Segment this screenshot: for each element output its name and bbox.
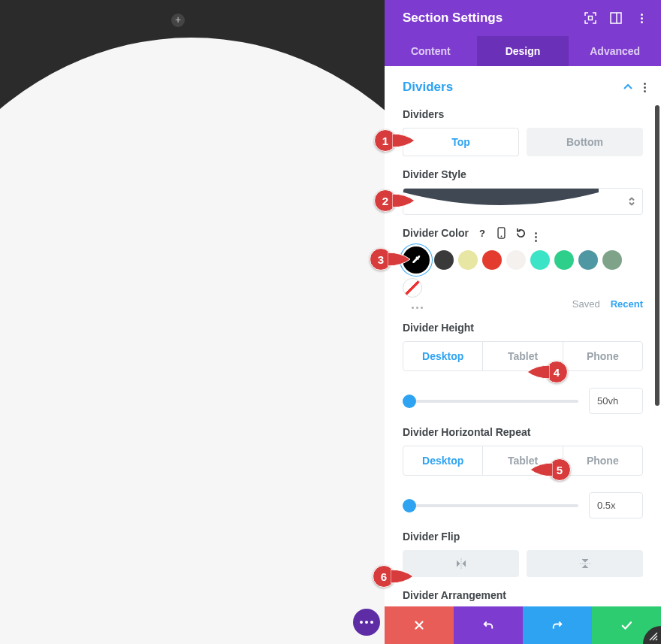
panel-title: Section Settings bbox=[403, 11, 503, 26]
redo-button[interactable] bbox=[523, 606, 592, 644]
dividers-label: Dividers bbox=[403, 108, 643, 120]
divider-top-button[interactable]: Top bbox=[403, 128, 519, 156]
height-slider[interactable] bbox=[403, 400, 578, 403]
svg-rect-0 bbox=[589, 17, 593, 20]
panel-body: Dividers Dividers Top Bottom Divider Sty… bbox=[385, 66, 661, 606]
select-arrows-icon bbox=[629, 198, 635, 206]
expand-icon[interactable] bbox=[584, 12, 596, 24]
color-none-swatch[interactable] bbox=[403, 278, 422, 298]
callout-5: 5 bbox=[529, 458, 571, 481]
panel-tabs: Content Design Advanced bbox=[385, 36, 661, 66]
section-more-icon[interactable] bbox=[644, 83, 646, 92]
repeat-input[interactable] bbox=[589, 492, 643, 519]
dividers-group: Dividers Top Bottom bbox=[385, 104, 661, 164]
color-swatches bbox=[403, 246, 643, 298]
height-input[interactable] bbox=[589, 388, 643, 414]
color-swatch[interactable] bbox=[506, 250, 526, 270]
color-swatch[interactable] bbox=[482, 250, 502, 270]
settings-panel: Section Settings Content Design Advanced… bbox=[385, 0, 661, 644]
repeat-slider[interactable] bbox=[403, 504, 578, 507]
svg-point-4 bbox=[501, 236, 503, 237]
divider-bottom-button[interactable]: Bottom bbox=[527, 128, 643, 156]
layout-icon[interactable] bbox=[610, 12, 622, 24]
color-swatch[interactable] bbox=[602, 250, 622, 270]
device-icon[interactable] bbox=[496, 227, 508, 239]
divider-height-label: Divider Height bbox=[403, 322, 643, 334]
callout-1: 1 bbox=[374, 129, 416, 152]
scrollbar[interactable] bbox=[655, 105, 659, 406]
divider-color-label: Divider Color bbox=[403, 227, 469, 239]
callout-6: 6 bbox=[373, 565, 415, 588]
divider-repeat-group: Divider Horizontal Repeat Desktop Tablet… bbox=[385, 422, 661, 526]
callout-3: 3 bbox=[370, 248, 412, 271]
more-icon[interactable] bbox=[635, 12, 647, 24]
slider-thumb[interactable] bbox=[403, 499, 416, 512]
section-header[interactable]: Dividers bbox=[385, 66, 661, 104]
flip-vertical-button[interactable] bbox=[527, 550, 643, 577]
callout-4: 4 bbox=[526, 361, 568, 383]
tab-advanced[interactable]: Advanced bbox=[569, 36, 661, 66]
tab-design[interactable]: Design bbox=[477, 36, 569, 66]
height-responsive-tabs: Desktop Tablet Phone bbox=[403, 341, 643, 371]
callout-2: 2 bbox=[374, 189, 416, 212]
discard-button[interactable] bbox=[385, 606, 454, 644]
repeat-responsive-tabs: Desktop Tablet Phone bbox=[403, 446, 643, 476]
canvas-preview: + bbox=[0, 0, 385, 644]
slider-thumb[interactable] bbox=[403, 395, 416, 408]
panel-header: Section Settings Content Design Advanced bbox=[385, 0, 661, 66]
color-swatch[interactable] bbox=[458, 250, 478, 270]
color-swatch[interactable] bbox=[554, 250, 574, 270]
chevron-up-icon[interactable] bbox=[623, 82, 633, 92]
tab-desktop[interactable]: Desktop bbox=[403, 446, 482, 475]
tab-phone[interactable]: Phone bbox=[563, 342, 642, 370]
section-title: Dividers bbox=[403, 80, 453, 95]
tab-content[interactable]: Content bbox=[385, 36, 477, 66]
color-swatch[interactable] bbox=[578, 250, 598, 270]
fab-menu-button[interactable] bbox=[353, 609, 380, 636]
divider-arrangement-group: Divider Arrangement Underneath Section C… bbox=[385, 585, 661, 606]
divider-arrangement-label: Divider Arrangement bbox=[403, 589, 643, 601]
add-section-button[interactable]: + bbox=[171, 14, 185, 27]
reset-icon[interactable] bbox=[515, 227, 527, 239]
tab-phone[interactable]: Phone bbox=[563, 446, 642, 475]
color-swatch[interactable] bbox=[530, 250, 550, 270]
tab-desktop[interactable]: Desktop bbox=[403, 342, 482, 370]
saved-colors-tab[interactable]: Saved bbox=[572, 298, 600, 310]
help-icon[interactable]: ? bbox=[476, 227, 488, 239]
divider-style-label: Divider Style bbox=[403, 168, 643, 180]
color-swatch[interactable] bbox=[434, 250, 454, 270]
divider-height-group: Divider Height Desktop Tablet Phone bbox=[385, 317, 661, 422]
panel-toolbar bbox=[385, 606, 661, 644]
divider-flip-group: Divider Flip bbox=[385, 526, 661, 585]
divider-style-group: Divider Style bbox=[385, 164, 661, 222]
divider-repeat-label: Divider Horizontal Repeat bbox=[403, 426, 643, 438]
undo-button[interactable] bbox=[454, 606, 523, 644]
svg-rect-1 bbox=[611, 13, 621, 23]
recent-colors-tab[interactable]: Recent bbox=[611, 298, 643, 310]
flip-horizontal-button[interactable] bbox=[403, 550, 519, 577]
divider-flip-label: Divider Flip bbox=[403, 531, 643, 543]
divider-style-select[interactable] bbox=[403, 188, 643, 215]
color-more-icon[interactable] bbox=[535, 232, 537, 242]
divider-color-group: Divider Color ? Saved Re bbox=[385, 222, 661, 317]
